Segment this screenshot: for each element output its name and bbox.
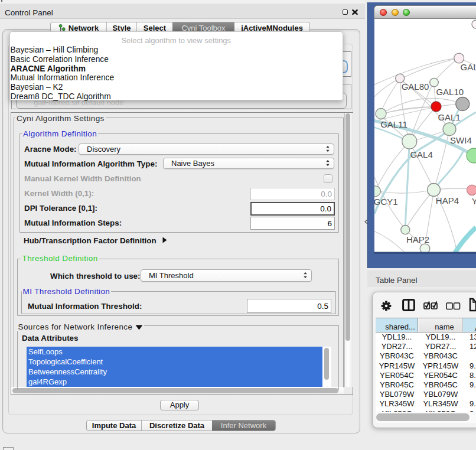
svg-text:HAP2: HAP2 <box>406 234 429 244</box>
svg-text:GAL80: GAL80 <box>402 81 429 92</box>
svg-text:GAL7: GAL7 <box>461 62 476 72</box>
svg-text:SWI4: SWI4 <box>450 135 472 145</box>
svg-text:GAL11: GAL11 <box>380 119 407 129</box>
svg-text:GAL1: GAL1 <box>438 112 460 122</box>
svg-text:GCY1: GCY1 <box>374 197 398 207</box>
svg-text:HAP4: HAP4 <box>436 195 459 206</box>
svg-text:GAL10: GAL10 <box>436 87 464 97</box>
svg-text:YIL: YIL <box>472 196 476 206</box>
svg-text:GAL4: GAL4 <box>410 149 432 159</box>
